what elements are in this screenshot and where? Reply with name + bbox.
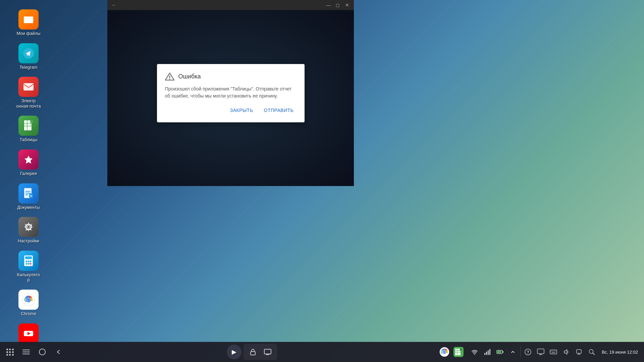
svg-rect-55 xyxy=(484,353,485,355)
svg-rect-60 xyxy=(497,351,501,353)
taskbar-grid-button[interactable] xyxy=(3,345,17,359)
calculator-label: Калькулятор xyxy=(17,272,40,283)
settings-label: Настройки xyxy=(18,238,39,244)
taskbar-center: ▶ xyxy=(227,344,277,360)
svg-text:?: ? xyxy=(527,350,529,355)
taskbar-sheets-icon[interactable] xyxy=(452,346,465,358)
bars-icon xyxy=(22,350,30,354)
battery-icon[interactable] xyxy=(495,347,505,357)
svg-rect-1 xyxy=(24,18,33,23)
calculator-icon: +÷× xyxy=(18,251,39,271)
svg-point-23 xyxy=(26,260,28,262)
svg-rect-10 xyxy=(30,120,33,123)
svg-point-28 xyxy=(30,263,32,264)
svg-rect-2 xyxy=(24,16,28,18)
sidebar-item-email[interactable]: Электронная почта xyxy=(3,74,54,111)
lock-icon xyxy=(250,348,256,356)
sidebar-item-settings[interactable]: Настройки xyxy=(3,214,54,246)
nav-arrow-icon: ▶ xyxy=(232,348,236,356)
svg-rect-43 xyxy=(264,349,271,354)
sidebar-item-chrome[interactable]: Chrome xyxy=(3,287,54,319)
svg-point-26 xyxy=(26,263,28,264)
svg-point-34 xyxy=(27,298,30,301)
system-clock[interactable]: Вс, 19 июня 12:02 xyxy=(599,347,641,357)
telegram-icon xyxy=(18,43,39,63)
screen-icon xyxy=(264,349,271,355)
taskbar-lock-icon[interactable] xyxy=(246,345,260,359)
svg-rect-6 xyxy=(24,120,30,130)
taskbar-running-apps xyxy=(244,344,277,360)
sidebar: Мои файлы Telegram Электронная почта xyxy=(0,0,59,342)
sidebar-item-telegram[interactable]: Telegram xyxy=(3,41,54,73)
dialog-close-button[interactable]: ЗАКРЫТЬ xyxy=(227,106,256,114)
svg-point-20 xyxy=(28,226,30,228)
dialog-overlay: Ошибка Произошел сбой приложения "Таблиц… xyxy=(107,0,354,186)
sheets-label: Таблицы xyxy=(19,137,37,142)
dialog-send-button[interactable]: ОТПРАВИТЬ xyxy=(261,106,297,114)
taskbar-home-button[interactable] xyxy=(36,345,49,359)
gallery-label: Галерея xyxy=(20,171,37,176)
svg-rect-49 xyxy=(455,349,461,355)
svg-rect-42 xyxy=(251,352,255,355)
signal-icon[interactable] xyxy=(482,347,493,357)
my-files-label: Мои файлы xyxy=(16,31,40,36)
error-dialog: Ошибка Произошел сбой приложения "Таблиц… xyxy=(157,64,305,122)
email-icon xyxy=(18,77,39,97)
youtube-icon xyxy=(18,323,39,344)
svg-rect-53 xyxy=(460,349,462,351)
svg-point-54 xyxy=(474,354,475,355)
svg-rect-57 xyxy=(488,350,489,355)
svg-rect-15 xyxy=(29,193,33,198)
dialog-title: Ошибка xyxy=(178,73,201,80)
sidebar-item-calculator[interactable]: +÷× Калькулятор xyxy=(3,248,54,285)
brightness-icon[interactable] xyxy=(574,347,584,357)
email-label: Электронная почта xyxy=(16,98,41,109)
sidebar-item-my-files[interactable]: Мои файлы xyxy=(3,7,54,39)
monitor-icon[interactable] xyxy=(535,347,546,357)
taskbar-screen-icon[interactable] xyxy=(261,345,274,359)
svg-rect-71 xyxy=(577,350,581,353)
app-window: ← — ◻ ✕ Ошибка xyxy=(107,0,354,186)
sidebar-item-sheets[interactable]: Таблицы xyxy=(3,113,54,145)
svg-point-24 xyxy=(28,260,30,262)
svg-point-25 xyxy=(30,260,32,262)
svg-rect-61 xyxy=(502,351,503,353)
wifi-icon[interactable] xyxy=(469,347,480,357)
pinned-apps xyxy=(438,346,465,358)
svg-rect-56 xyxy=(486,352,487,355)
svg-rect-58 xyxy=(489,349,490,355)
chrome-label: Chrome xyxy=(21,311,36,316)
search-icon[interactable] xyxy=(586,347,597,357)
docs-label: Документы xyxy=(17,205,40,210)
taskbar-bars-button[interactable] xyxy=(19,345,33,359)
back-icon xyxy=(55,348,62,356)
sidebar-item-gallery[interactable]: Галерея xyxy=(3,147,54,179)
system-tray: ? xyxy=(469,347,641,357)
svg-text:+÷×: +÷× xyxy=(25,259,29,261)
taskbar: ▶ xyxy=(0,342,644,362)
sheets-icon xyxy=(18,116,39,136)
svg-rect-65 xyxy=(550,350,557,354)
taskbar-left xyxy=(3,345,65,359)
sidebar-item-docs[interactable]: Документы xyxy=(3,181,54,213)
dialog-actions: ЗАКРЫТЬ ОТПРАВИТЬ xyxy=(165,106,297,114)
taskbar-chrome-icon[interactable] xyxy=(438,346,450,358)
tray-divider xyxy=(520,347,521,357)
telegram-label: Telegram xyxy=(19,65,37,70)
nav-arrow-button[interactable]: ▶ xyxy=(227,345,241,359)
svg-point-27 xyxy=(28,263,30,264)
my-files-icon xyxy=(18,9,39,29)
expand-tray-button[interactable] xyxy=(507,347,518,357)
help-icon[interactable]: ? xyxy=(523,347,533,357)
svg-point-40 xyxy=(169,78,170,79)
clock-display: Вс, 19 июня 12:02 xyxy=(602,350,638,355)
keyboard-icon[interactable] xyxy=(548,347,559,357)
desktop: Мои файлы Telegram Электронная почта xyxy=(0,0,644,362)
taskbar-back-button[interactable] xyxy=(52,345,65,359)
svg-point-47 xyxy=(443,351,445,353)
warning-icon xyxy=(165,72,174,81)
volume-icon[interactable] xyxy=(561,347,572,357)
window-content: Ошибка Произошел сбой приложения "Таблиц… xyxy=(107,10,354,186)
taskbar-right: ? xyxy=(438,346,641,358)
gallery-icon xyxy=(18,149,39,170)
